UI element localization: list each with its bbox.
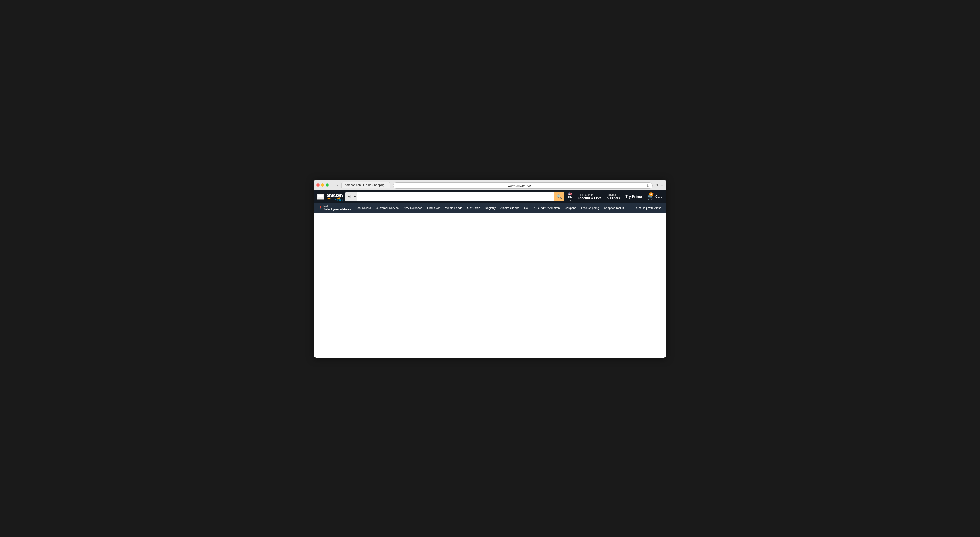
hamburger-line-3 [318, 198, 323, 198]
nav-item-sell[interactable]: Sell [522, 205, 531, 211]
cart-button[interactable]: 🛒 0 Cart [646, 193, 663, 200]
location-text: Hello Select your address [323, 205, 351, 211]
returns-line1: Returns [607, 193, 620, 196]
forward-button[interactable]: › [336, 183, 339, 187]
hamburger-line-2 [318, 197, 323, 197]
nav-item-amazon-basics[interactable]: AmazonBasics [498, 205, 522, 211]
search-bar: All 🔍 [345, 192, 564, 201]
amazon-smile-icon [326, 197, 341, 199]
search-category-select[interactable]: All [345, 192, 357, 201]
search-button[interactable]: 🔍 [554, 192, 564, 201]
nav-item-registry[interactable]: Registry [483, 205, 498, 211]
location-select: Select your address [323, 208, 351, 211]
account-and-lists[interactable]: Hello, Sign in Account & Lists [576, 193, 603, 200]
cart-count: 0 [649, 192, 653, 196]
flag-icon: 🇺🇸 [568, 192, 572, 196]
location-pin-icon: 📍 [318, 206, 322, 210]
nav-item-shopper-toolkit[interactable]: Shopper Toolkit [602, 205, 626, 211]
hamburger-menu-button[interactable] [317, 194, 324, 200]
tab-bar: Amazon.com: Online Shopping... [342, 182, 390, 188]
nav-item-whole-foods[interactable]: Whole Foods [443, 205, 465, 211]
url-text: www.amazon.com [396, 184, 645, 187]
traffic-lights [317, 183, 329, 187]
language-code: EN [568, 196, 572, 199]
tab-label: Amazon.com: Online Shopping... [345, 183, 387, 187]
search-icon: 🔍 [557, 194, 562, 199]
nav-item-customer-service[interactable]: Customer Service [374, 205, 401, 211]
nav-item-new-releases[interactable]: New Releases [401, 205, 424, 211]
account-hello-text: Hello, Sign in [578, 193, 601, 196]
browser-actions: ⬆ + [655, 183, 663, 187]
share-button[interactable]: ⬆ [655, 183, 659, 187]
maximize-button[interactable] [326, 183, 329, 187]
close-button[interactable] [317, 183, 320, 187]
location-hello: Hello [323, 205, 351, 208]
address-bar[interactable]: www.amazon.com ↻ [393, 183, 652, 189]
try-prime-label: Try Prime [625, 194, 642, 199]
returns-and-orders[interactable]: Returns & Orders [605, 193, 622, 200]
amazon-logo[interactable]: amazon Try Prime [326, 192, 343, 201]
back-button[interactable]: ‹ [332, 183, 335, 187]
search-input[interactable] [357, 192, 554, 201]
amazon-header: amazon Try Prime All 🔍 🇺🇸 EN ▼ Hello, Si… [314, 191, 666, 203]
returns-line2: & Orders [607, 196, 620, 200]
logo-text: amazon [326, 192, 343, 198]
nav-item-coupons[interactable]: Coupons [563, 205, 579, 211]
nav-item-find-a-gift[interactable]: Find a Gift [425, 205, 442, 211]
nav-item-free-shipping[interactable]: Free Shipping [579, 205, 601, 211]
main-content [314, 213, 666, 357]
add-tab-button[interactable]: + [661, 183, 663, 187]
location-selector[interactable]: 📍 Hello Select your address [317, 204, 353, 212]
cart-label: Cart [655, 195, 662, 199]
lang-chevron-icon: ▼ [569, 199, 571, 202]
browser-window: ‹ › Amazon.com: Online Shopping... www.a… [314, 180, 666, 357]
nav-item-found-it[interactable]: #FoundItOnAmazon [532, 205, 562, 211]
secondary-nav: 📍 Hello Select your address Best Sellers… [314, 203, 666, 213]
get-help-alexa-button[interactable]: Get Help with Alexa [634, 205, 663, 211]
hamburger-line-1 [318, 195, 323, 196]
nav-buttons: ‹ › [332, 183, 339, 187]
minimize-button[interactable] [321, 183, 324, 187]
try-prime-button[interactable]: Try Prime [624, 194, 643, 199]
reload-button[interactable]: ↻ [646, 184, 649, 187]
nav-item-best-sellers[interactable]: Best Sellers [353, 205, 373, 211]
browser-tab[interactable]: Amazon.com: Online Shopping... [342, 182, 390, 188]
account-label: Account & Lists [578, 196, 601, 200]
address-bar-row: www.amazon.com ↻ [392, 183, 654, 189]
nav-item-gift-cards[interactable]: Gift Cards [465, 205, 482, 211]
language-selector[interactable]: 🇺🇸 EN ▼ [567, 192, 574, 202]
browser-chrome: ‹ › Amazon.com: Online Shopping... www.a… [314, 180, 666, 191]
